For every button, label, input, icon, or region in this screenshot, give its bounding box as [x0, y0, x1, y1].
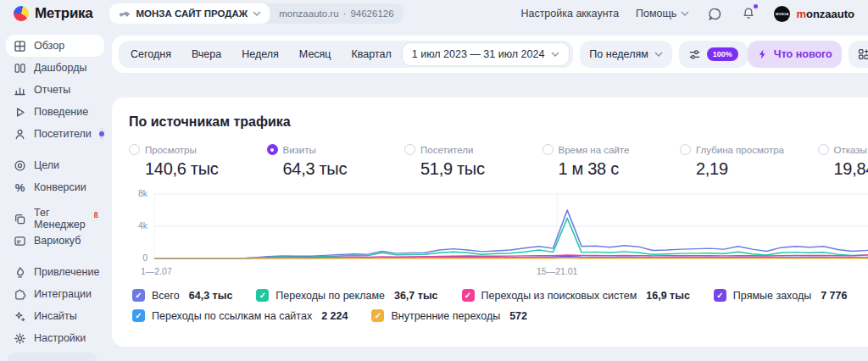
sampling-badge: 100%: [707, 47, 738, 61]
sidebar-item-settings[interactable]: Настройки: [6, 327, 104, 349]
sidebar-item-reports[interactable]: Отчеты: [6, 79, 104, 101]
legend-value: 2 224: [321, 310, 348, 322]
metrica-logo[interactable]: Метрика: [14, 5, 92, 22]
variocube-icon: [14, 235, 26, 247]
metrica-logo-icon: [14, 6, 29, 21]
sidebar-item-label: Цели: [34, 159, 59, 171]
period-month-button[interactable]: Месяц: [289, 48, 342, 60]
add-widget-button[interactable]: Добавить: [849, 41, 868, 68]
sidebar-item-acquisition[interactable]: Привлечение: [6, 261, 104, 283]
traffic-sources-card: По источникам трафика Прос: [112, 97, 868, 347]
x-axis-tick: 1—2.07: [141, 266, 172, 276]
radio-icon: [404, 144, 415, 155]
legend-label: Переходы из поисковых систем: [481, 290, 637, 302]
legend-value: 36,7 тыс: [394, 290, 438, 302]
metric-label: Визиты: [283, 145, 316, 155]
site-favicon-car-icon: [118, 10, 131, 17]
sidebar-item-dashboards[interactable]: Дашборды: [6, 57, 104, 79]
checkbox-icon: ✓: [132, 309, 145, 322]
site-selector-button[interactable]: МОНЗА САЙТ ПРОДАЖ: [109, 3, 270, 24]
help-menu[interactable]: Помощь: [636, 8, 689, 19]
sidebar-item-overview[interactable]: Обзор: [6, 35, 104, 57]
legend-item-search[interactable]: ✓ Переходы из поисковых систем 16,9 тыс: [462, 289, 690, 302]
x-axis-tick: 15—21.01: [537, 266, 577, 276]
legend-item-total[interactable]: ✓ Всего 64,3 тыс: [132, 289, 232, 302]
sidebar-item-insights[interactable]: Инсайты: [6, 305, 104, 327]
line-chart[interactable]: 8k 4k 0 1—2.07 15—21.01 29—31.07: [154, 192, 868, 279]
metric-label: Посетители: [420, 145, 473, 155]
period-week-button[interactable]: Неделя: [231, 48, 289, 60]
sparkle-icon: [14, 310, 26, 323]
radio-icon: [542, 144, 554, 155]
dashboards-icon: [14, 62, 26, 75]
grouping-value: По неделям: [589, 48, 648, 60]
site-meta[interactable]: monzaauto.ru · 94626126: [270, 3, 403, 24]
metric-depth[interactable]: Глубина просмотра 2,19: [680, 144, 818, 179]
play-icon: [14, 106, 26, 119]
sidebar-item-label: Вариокуб: [34, 235, 81, 247]
sidebar-item-goals[interactable]: Цели: [6, 154, 104, 176]
y-axis-tick: 4k: [138, 220, 147, 230]
notifications-bell-icon[interactable]: [740, 5, 757, 22]
sidebar-item-integrations[interactable]: Интеграции: [6, 283, 104, 305]
metric-visits[interactable]: Визиты 64,3 тыс: [267, 144, 405, 179]
account-settings-link[interactable]: Настройка аккаунта: [520, 8, 619, 19]
legend-value: 16,9 тыс: [646, 290, 690, 302]
legend-value: 7 776: [821, 290, 847, 302]
metric-label: Просмотры: [145, 145, 197, 155]
sidebar-item-label: Дашборды: [34, 62, 87, 74]
chevron-down-icon: [551, 52, 559, 57]
chart-canvas[interactable]: [154, 192, 868, 264]
legend-item-ads[interactable]: ✓ Переходы по рекламе 36,7 тыс: [256, 289, 437, 302]
metric-value: 64,3 тыс: [283, 159, 405, 179]
metric-users[interactable]: Посетители 51,9 тыс: [404, 144, 542, 179]
chat-icon[interactable]: [706, 5, 723, 22]
legend-item-direct[interactable]: ✓ Прямые заходы 7 776: [714, 289, 848, 302]
legend-label: Переходы по ссылкам на сайтах: [152, 310, 312, 322]
sidebar-bottom-stub: [8, 353, 97, 361]
legend-item-site-links[interactable]: ✓ Переходы по ссылкам на сайтах 2 224: [132, 309, 348, 322]
metric-time-on-site[interactable]: Время на сайте 1 м 38 с: [542, 144, 681, 179]
sidebar-item-tag-manager[interactable]: Тег Менеджер ß: [6, 208, 104, 230]
y-axis-tick: 0: [142, 253, 147, 263]
sidebar-item-conversions[interactable]: % Конверсии: [6, 176, 104, 198]
sidebar-item-label: Настройки: [34, 332, 86, 344]
legend-item-internal[interactable]: ✓ Внутренние переходы 572: [371, 309, 527, 322]
chart-legend: ✓ Всего 64,3 тыс ✓ Переходы по рекламе 3…: [132, 289, 868, 322]
date-range-picker[interactable]: 1 июл 2023 — 31 июл 2024: [402, 42, 570, 66]
metric-label: Глубина просмотра: [696, 145, 784, 155]
sidebar-item-label: Инсайты: [34, 310, 77, 322]
sidebar-item-label: Поведение: [34, 106, 88, 118]
separator: ·: [343, 8, 347, 19]
metric-switcher: Просмотры 140,6 тыс Визиты 64,3 тыс Посе…: [129, 144, 868, 179]
radio-icon: [680, 144, 691, 155]
account-menu[interactable]: MONZA monzaauto: [774, 6, 854, 22]
legend-value: 64,3 тыс: [189, 290, 233, 302]
checkbox-icon: ✓: [714, 289, 726, 302]
grouping-dropdown[interactable]: По неделям: [580, 41, 671, 68]
period-yesterday-button[interactable]: Вчера: [181, 48, 231, 60]
metric-bounce-rate[interactable]: Отказы 19,84 %: [818, 144, 868, 179]
beta-badge: ß: [94, 211, 98, 219]
period-quarter-button[interactable]: Квартал: [342, 48, 402, 60]
metric-value: 2,19: [696, 159, 818, 179]
sidebar-item-behavior[interactable]: Поведение: [6, 101, 104, 123]
puzzle-icon: [14, 288, 26, 301]
bar-chart-icon: [14, 84, 26, 97]
sidebar-item-visitors[interactable]: Посетители: [6, 123, 104, 145]
radio-icon: [818, 144, 829, 155]
metric-label: Отказы: [834, 145, 867, 155]
sidebar-item-variocube[interactable]: Вариокуб: [6, 230, 104, 252]
chevron-down-icon: [253, 11, 261, 16]
period-today-button[interactable]: Сегодня: [120, 48, 181, 60]
avatar: MONZA: [774, 6, 790, 22]
whats-new-label: Что нового: [774, 48, 832, 60]
x-axis: 1—2.07 15—21.01 29—31.07: [154, 266, 868, 279]
site-selector: МОНЗА САЙТ ПРОДАЖ monzaauto.ru · 9462612…: [109, 3, 403, 24]
metric-value: 1 м 38 с: [559, 159, 681, 179]
sampling-button[interactable]: 100%: [679, 41, 748, 68]
metric-value: 51,9 тыс: [420, 159, 542, 179]
metric-pageviews[interactable]: Просмотры 140,6 тыс: [129, 144, 267, 179]
sliders-icon: [688, 48, 701, 61]
whats-new-button[interactable]: Что нового: [748, 41, 842, 68]
